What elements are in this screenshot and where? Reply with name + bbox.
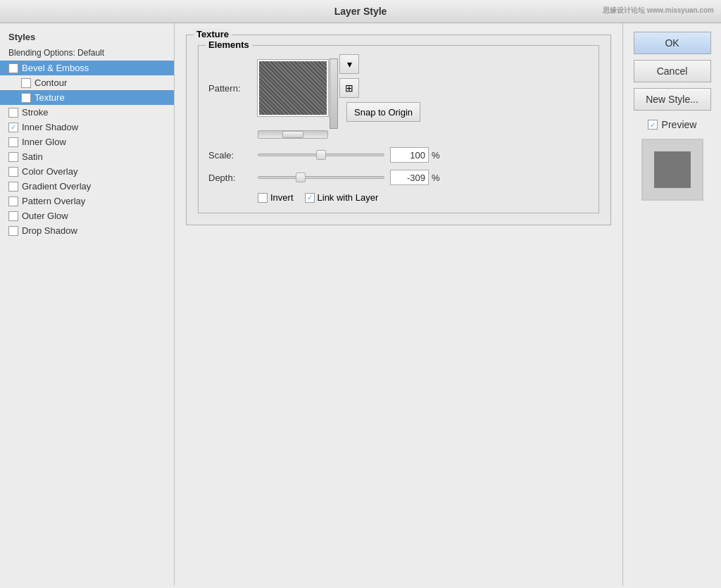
- pattern-overlay-checkbox[interactable]: [8, 196, 18, 206]
- elements-legend-label: Elements: [206, 39, 252, 50]
- depth-input[interactable]: [390, 170, 429, 185]
- scale-label: Scale:: [208, 150, 258, 161]
- texture-checkbox[interactable]: ✓: [21, 93, 31, 103]
- preview-inner: [654, 151, 691, 188]
- scale-slider-thumb[interactable]: [316, 150, 326, 160]
- texture-panel-title: Texture: [194, 29, 232, 39]
- blending-options-label[interactable]: Blending Options: Default: [0, 46, 174, 61]
- gradient-overlay-label: Gradient Overlay: [22, 181, 91, 192]
- drop-shadow-checkbox[interactable]: [8, 226, 18, 236]
- watermark: 思缘设计论坛 www.missyuan.com: [603, 6, 714, 15]
- pattern-controls: ▾ ⊞ Snap to Origin: [339, 54, 420, 122]
- inner-shadow-checkbox[interactable]: ✓: [8, 123, 18, 132]
- cancel-button[interactable]: Cancel: [634, 60, 711, 82]
- checkboxes-row: Invert ✓ Link with Layer: [258, 192, 589, 203]
- pattern-label: Pattern:: [208, 83, 258, 94]
- pattern-preview-container: [258, 60, 328, 116]
- depth-slider-track[interactable]: [258, 176, 384, 179]
- sidebar-item-contour[interactable]: Contour: [0, 75, 174, 90]
- contour-checkbox[interactable]: [21, 78, 31, 88]
- satin-label: Satin: [22, 151, 43, 162]
- link-with-layer-item[interactable]: ✓ Link with Layer: [305, 192, 379, 203]
- pattern-preview[interactable]: [258, 60, 328, 116]
- invert-item[interactable]: Invert: [258, 192, 294, 203]
- dialog-title: Layer Style: [334, 6, 387, 17]
- sidebar-item-outer-glow[interactable]: Outer Glow: [0, 208, 174, 223]
- pattern-paste-btn[interactable]: ⊞: [339, 78, 359, 98]
- new-style-button[interactable]: New Style...: [634, 88, 711, 111]
- depth-slider-thumb[interactable]: [296, 173, 306, 182]
- main-content: Texture Elements Pattern: ▾ ⊞ Snap to Or…: [175, 23, 622, 586]
- invert-label: Invert: [270, 192, 294, 203]
- preview-label: Preview: [662, 119, 697, 130]
- right-panel: OK Cancel New Style... ✓ Preview: [622, 23, 721, 586]
- left-panel: Styles Blending Options: Default ✓ Bevel…: [0, 23, 175, 586]
- preview-section: ✓ Preview: [648, 119, 697, 130]
- color-overlay-checkbox[interactable]: [8, 167, 18, 177]
- pattern-options-btn[interactable]: ▾: [339, 54, 359, 74]
- scale-row: Scale: %: [208, 147, 589, 163]
- pattern-row: Pattern: ▾ ⊞ Snap to Origin: [208, 54, 589, 122]
- sidebar-item-inner-shadow[interactable]: ✓ Inner Shadow: [0, 120, 174, 135]
- pattern-vertical-slider[interactable]: [330, 58, 338, 129]
- link-with-layer-checkbox[interactable]: ✓: [305, 193, 315, 203]
- depth-row: Depth: %: [208, 170, 589, 185]
- texture-label: Texture: [35, 92, 65, 103]
- depth-label: Depth:: [208, 173, 258, 183]
- scale-slider-track[interactable]: [258, 154, 384, 156]
- inner-shadow-label: Inner Shadow: [22, 122, 78, 132]
- sidebar-item-bevel-emboss[interactable]: ✓ Bevel & Emboss: [0, 61, 174, 75]
- ok-button[interactable]: OK: [634, 32, 711, 54]
- sidebar-item-color-overlay[interactable]: Color Overlay: [0, 164, 174, 179]
- inner-glow-label: Inner Glow: [22, 137, 66, 147]
- scale-percent: %: [432, 150, 440, 161]
- snap-to-origin-btn[interactable]: Snap to Origin: [346, 102, 420, 122]
- gradient-overlay-checkbox[interactable]: [8, 182, 18, 192]
- pattern-hscroll: [258, 130, 589, 139]
- outer-glow-label: Outer Glow: [22, 211, 68, 221]
- dialog-body: Styles Blending Options: Default ✓ Bevel…: [0, 23, 721, 586]
- sidebar-item-inner-glow[interactable]: Inner Glow: [0, 135, 174, 149]
- sidebar-item-texture[interactable]: ✓ Texture: [0, 90, 174, 105]
- sidebar-item-gradient-overlay[interactable]: Gradient Overlay: [0, 179, 174, 194]
- texture-panel: Texture Elements Pattern: ▾ ⊞ Snap to Or…: [186, 35, 611, 225]
- inner-glow-checkbox[interactable]: [8, 137, 18, 147]
- invert-checkbox[interactable]: [258, 193, 268, 203]
- preview-box: [641, 139, 703, 201]
- depth-percent: %: [432, 173, 440, 183]
- bevel-emboss-label: Bevel & Emboss: [22, 63, 89, 73]
- drop-shadow-label: Drop Shadow: [22, 225, 77, 236]
- styles-title: Styles: [0, 29, 174, 46]
- color-overlay-label: Color Overlay: [22, 166, 77, 177]
- sidebar-item-drop-shadow[interactable]: Drop Shadow: [0, 223, 174, 238]
- stroke-label: Stroke: [22, 107, 49, 118]
- outer-glow-checkbox[interactable]: [8, 211, 18, 221]
- link-with-layer-label: Link with Layer: [318, 192, 379, 203]
- sidebar-item-pattern-overlay[interactable]: Pattern Overlay: [0, 194, 174, 208]
- sidebar-item-stroke[interactable]: Stroke: [0, 105, 174, 120]
- contour-label: Contour: [35, 77, 67, 88]
- scale-input[interactable]: [390, 147, 429, 163]
- pattern-overlay-label: Pattern Overlay: [22, 196, 85, 206]
- preview-checkbox[interactable]: ✓: [648, 120, 658, 130]
- pattern-hscroll-thumb[interactable]: [282, 131, 303, 138]
- elements-panel: Elements Pattern: ▾ ⊞ Snap to Origin: [198, 45, 599, 213]
- pattern-hscroll-track[interactable]: [258, 130, 328, 139]
- satin-checkbox[interactable]: [8, 152, 18, 162]
- sidebar-item-satin[interactable]: Satin: [0, 149, 174, 164]
- title-bar: Layer Style 思缘设计论坛 www.missyuan.com: [0, 0, 721, 23]
- bevel-emboss-checkbox[interactable]: ✓: [8, 63, 18, 73]
- stroke-checkbox[interactable]: [8, 108, 18, 118]
